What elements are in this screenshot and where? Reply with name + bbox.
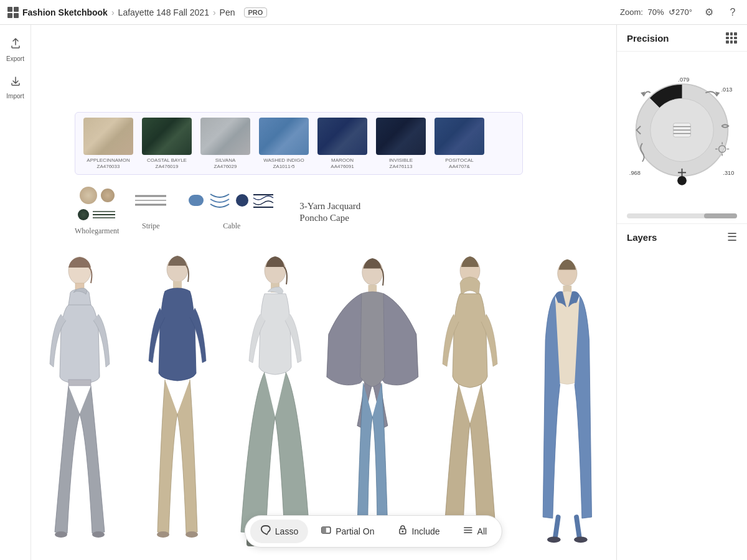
pro-badge: PRO [244, 7, 268, 17]
tex-cable-blue [207, 192, 232, 209]
bottom-toolbar: Lasso Partial On Include A [245, 515, 502, 548]
navbar: Fashion Sketchbook › Lafayette 148 Fall … [0, 0, 747, 25]
figure-6-svg [519, 252, 616, 551]
swatch-label-0: APPLECINNAMONZA476033 [87, 157, 129, 169]
swatch-4[interactable]: MAROONAA476091 [314, 118, 370, 169]
include-icon [397, 525, 408, 538]
figure-6 [519, 249, 616, 554]
breadcrumb-sep-2: › [213, 7, 216, 17]
lasso-button[interactable]: Lasso [250, 520, 308, 543]
partial-on-label: Partial On [336, 526, 374, 536]
left-sidebar: Export Import [0, 25, 31, 560]
help-icon[interactable]: ? [726, 6, 740, 19]
texture-group-wholegarment: Wholegarment [75, 187, 119, 236]
figure-3-svg [232, 252, 319, 551]
tex-circle-tan [101, 189, 115, 202]
swatch-img-0 [83, 118, 133, 155]
swatches-area: APPLECINNAMONZA476033 COASTAL BAYLEZA476… [75, 112, 523, 175]
settings-icon[interactable]: ⚙ [702, 6, 716, 19]
export-icon [9, 37, 22, 53]
include-button[interactable]: Include [387, 520, 449, 543]
precision-header: Precision [617, 25, 747, 52]
scroll-track[interactable] [627, 213, 737, 218]
swatch-img-5 [376, 118, 426, 155]
svg-text:.079: .079 [678, 76, 689, 82]
panel-grid-icon[interactable] [726, 32, 737, 44]
svg-text:.310: .310 [723, 170, 734, 176]
tex-circle-beige [80, 187, 97, 204]
swatch-label-2: SILVANAZA476029 [214, 157, 237, 169]
export-label: Export [6, 55, 24, 62]
app-grid-icon[interactable] [7, 7, 19, 18]
figure-5-svg [426, 252, 514, 551]
nav-right: Zoom: 70% ↺270° ⚙ ? [620, 6, 740, 19]
swatch-2[interactable]: SILVANAZA476029 [197, 118, 253, 169]
swatch-img-3 [259, 118, 309, 155]
swatch-img-2 [200, 118, 250, 155]
lasso-icon [260, 525, 271, 538]
zoom-info: Zoom: 70% ↺270° [620, 7, 692, 17]
figure-2-svg [134, 252, 221, 551]
swatch-label-1: COASTAL BAYLEZA476019 [147, 157, 187, 169]
right-panel: Precision [616, 25, 747, 560]
partial-on-button[interactable]: Partial On [311, 520, 384, 543]
tex-circle-navy [236, 194, 248, 207]
sketches-area [31, 249, 616, 554]
figure-3 [226, 249, 324, 554]
svg-point-10 [92, 531, 105, 538]
svg-point-45 [677, 175, 687, 185]
scroll-thumb[interactable] [704, 213, 737, 218]
tex-circle-dk1 [78, 209, 89, 220]
import-button[interactable]: Import [2, 70, 29, 105]
figure-4 [324, 249, 421, 554]
all-icon [463, 525, 474, 538]
dial-container: .079 .013 .310 .968 [626, 62, 738, 198]
tex-oval-blue [189, 195, 204, 206]
svg-point-29 [574, 536, 588, 543]
swatch-img-6 [435, 118, 484, 155]
swatch-1[interactable]: COASTAL BAYLEZA476019 [139, 118, 195, 169]
texture-group-stripe: Stripe [135, 192, 166, 231]
swatch-6[interactable]: POSITOCALAA4707& [431, 118, 487, 169]
lasso-label: Lasso [275, 526, 298, 536]
figure-2 [129, 249, 227, 554]
nav-left: Fashion Sketchbook › Lafayette 148 Fall … [7, 7, 615, 18]
app-name: Fashion Sketchbook [22, 7, 108, 17]
partial-on-icon [321, 525, 332, 538]
dial-svg: .079 .013 .310 .968 [626, 63, 738, 197]
tex-cable-navy [252, 192, 275, 209]
swatch-3[interactable]: WASHED INDIGOZA1011›5 [256, 118, 312, 169]
label-wholegarment: Wholegarment [75, 226, 119, 236]
label-poncho-line1: 3-Yarn Jacquard [299, 200, 360, 213]
svg-point-13 [157, 531, 169, 538]
swatch-label-5: INVISIBLEZA476113 [389, 157, 413, 169]
layers-header: Layers ☰ [617, 223, 747, 250]
canvas: APPLECINNAMONZA476033 COASTAL BAYLEZA476… [31, 25, 616, 560]
export-button[interactable]: Export [2, 32, 29, 67]
figure-1-svg [36, 252, 123, 551]
breadcrumb-collection[interactable]: Lafayette 148 Fall 2021 [118, 7, 209, 17]
include-label: Include [411, 526, 439, 536]
label-stripe: Stripe [142, 222, 160, 231]
svg-point-28 [547, 536, 561, 543]
breadcrumb-sep-1: › [111, 7, 115, 17]
label-cable: Cable [223, 222, 240, 231]
swatch-5[interactable]: INVISIBLEZA476113 [373, 118, 429, 169]
swatch-label-6: POSITOCALAA4707& [445, 157, 474, 169]
all-button[interactable]: All [453, 520, 497, 543]
figure-4-svg [324, 252, 421, 551]
layers-menu-icon[interactable]: ☰ [727, 230, 737, 244]
tex-stripe-gray [135, 192, 166, 209]
svg-rect-52 [322, 527, 326, 533]
breadcrumb-tool[interactable]: Pen [220, 7, 235, 17]
swatch-label-4: MAROONAA476091 [331, 157, 354, 169]
figure-5 [421, 249, 519, 554]
layers-content [617, 250, 747, 560]
swatch-0[interactable]: APPLECINNAMONZA476033 [80, 118, 136, 169]
precision-title: Precision [627, 33, 669, 44]
svg-point-9 [55, 531, 67, 538]
texture-group-cable: Cable [189, 192, 275, 231]
all-label: All [477, 526, 487, 536]
swatch-img-1 [142, 118, 192, 155]
import-icon [9, 75, 22, 90]
